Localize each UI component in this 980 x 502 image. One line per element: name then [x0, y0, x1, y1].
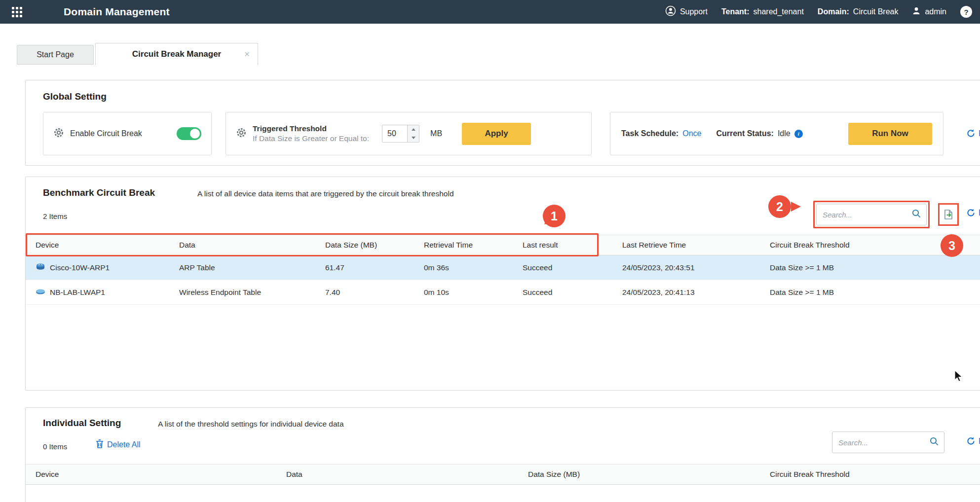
refresh-icon — [966, 436, 976, 446]
column-header-data: Data — [276, 465, 518, 484]
benchmark-search-input[interactable] — [817, 211, 911, 219]
column-header-data-size: Data Size (MB) — [315, 235, 414, 255]
search-icon — [929, 436, 939, 448]
benchmark-items-count: 2 Items — [43, 212, 67, 220]
cell-size: 7.40 — [315, 280, 414, 304]
cell-last-result: Succeed — [513, 280, 612, 304]
task-schedule-label: Task Schedule: — [621, 129, 678, 138]
user-icon — [912, 6, 921, 17]
individual-table-header: Device Data Data Size (MB) Circuit Break… — [26, 464, 980, 485]
cell-threshold: Data Size >= 1 MB — [760, 255, 980, 280]
help-icon[interactable]: ? — [960, 6, 972, 18]
domain-value: Circuit Break — [853, 7, 899, 16]
enable-circuit-break-toggle[interactable] — [177, 127, 201, 140]
router-device-icon — [36, 263, 45, 273]
individual-search — [832, 431, 944, 453]
cell-data: Wireless Endpoint Table — [169, 280, 315, 304]
delete-all-button[interactable]: Delete All — [96, 439, 141, 450]
apps-grid-icon[interactable] — [12, 7, 22, 17]
user-menu[interactable]: admin — [912, 6, 946, 17]
individual-setting-subtitle: A list of the threshold settings for ind… — [158, 420, 344, 429]
app-title: Domain Management — [64, 6, 170, 18]
table-row[interactable]: Cisco-10W-ARP1 ARP Table 61.47 0m 36s Su… — [26, 255, 980, 280]
global-setting-section: Global Setting Enable Circuit Break Trig… — [25, 80, 980, 166]
column-header-threshold: Circuit Break Threshold — [760, 235, 980, 255]
gear-icon — [236, 127, 247, 140]
current-status-label: Current Status: — [716, 129, 773, 138]
cell-last-result: Succeed — [513, 255, 612, 280]
tab-start-page-label: Start Page — [37, 50, 74, 59]
current-status-value: Idle — [778, 129, 791, 138]
triggered-threshold-title: Triggered Threshold — [253, 124, 369, 134]
tab-start-page[interactable]: Start Page — [17, 45, 94, 65]
cell-retrieval-time: 0m 10s — [414, 280, 513, 304]
tab-circuit-break-manager[interactable]: Circuit Break Manager × — [95, 43, 258, 65]
table-row[interactable]: NB-LAB-LWAP1 Wireless Endpoint Table 7.4… — [26, 280, 980, 305]
task-schedule-once-link[interactable]: Once — [682, 129, 701, 138]
individual-search-input[interactable] — [832, 438, 929, 447]
trash-icon — [96, 439, 104, 450]
topbar-right: Support Tenant: shared_tenant Domain: Ci… — [665, 5, 980, 18]
benchmark-subtitle: A list of all device data items that are… — [197, 189, 454, 198]
benchmark-search — [816, 204, 927, 225]
threshold-input[interactable] — [382, 125, 407, 142]
info-icon[interactable]: i — [794, 130, 803, 138]
refresh-icon — [966, 129, 976, 138]
device-name: NB-LAB-LWAP1 — [50, 288, 105, 297]
column-header-data-size: Data Size (MB) — [518, 465, 760, 484]
delete-all-label: Delete All — [107, 440, 141, 449]
cell-last-retrieve-time: 24/05/2023, 20:43:51 — [612, 255, 760, 280]
benchmark-table-header: Device Data Data Size (MB) Retrieval Tim… — [26, 235, 980, 255]
triggered-threshold-desc: If Data Size is Greater or Equal to: — [253, 134, 369, 143]
support-link[interactable]: Support — [665, 5, 708, 18]
threshold-unit-label: MB — [430, 129, 442, 138]
tab-circuit-break-manager-label: Circuit Break Manager — [132, 49, 221, 59]
column-header-device: Device — [26, 465, 276, 484]
gear-icon — [53, 127, 64, 140]
run-now-button[interactable]: Run Now — [848, 123, 932, 145]
enable-circuit-break-box: Enable Circuit Break — [43, 112, 212, 155]
benchmark-section: Benchmark Circuit Break A list of all de… — [25, 177, 980, 391]
export-button[interactable] — [938, 203, 959, 226]
cell-threshold: Data Size >= 1 MB — [760, 280, 980, 304]
individual-items-count: 0 Items — [43, 442, 67, 451]
threshold-number-field — [382, 125, 419, 143]
stepper-up-icon[interactable] — [408, 125, 419, 134]
triggered-threshold-box: Triggered Threshold If Data Size is Grea… — [226, 112, 592, 155]
global-setting-title: Global Setting — [43, 91, 107, 102]
threshold-stepper — [407, 125, 419, 142]
domain-label: Domain: — [818, 7, 849, 16]
refresh-button[interactable]: Refresh — [966, 129, 980, 138]
cell-retrieval-time: 0m 36s — [414, 255, 513, 280]
support-person-icon — [665, 5, 676, 18]
top-bar: Domain Management Support Tenant: shared… — [0, 0, 980, 24]
individual-setting-title: Individual Setting — [43, 418, 121, 429]
column-header-data: Data — [169, 235, 315, 255]
column-header-last-retrieve-time: Last Retrieve Time — [612, 235, 760, 255]
column-header-retrieval-time: Retrieval Time — [414, 235, 513, 255]
annotation-step-2: 2 — [768, 195, 791, 218]
support-label: Support — [680, 7, 708, 16]
search-icon — [911, 209, 921, 220]
refresh-icon — [966, 208, 976, 217]
domain-info: Domain: Circuit Break — [818, 7, 899, 16]
user-name: admin — [925, 7, 946, 16]
cell-data: ARP Table — [169, 255, 315, 280]
device-name: Cisco-10W-ARP1 — [50, 263, 110, 272]
benchmark-title: Benchmark Circuit Break — [43, 187, 155, 198]
annotation-step-1: 1 — [543, 205, 565, 227]
column-header-device: Device — [26, 235, 169, 255]
toggle-knob — [190, 129, 200, 139]
access-point-device-icon — [36, 288, 45, 297]
tenant-label: Tenant: — [721, 7, 750, 16]
apply-button[interactable]: Apply — [462, 123, 531, 145]
task-schedule-box: Task Schedule: Once Current Status: Idle… — [610, 112, 943, 155]
column-header-last-result: Last result — [513, 235, 612, 255]
stepper-down-icon[interactable] — [408, 134, 419, 142]
column-header-threshold: Circuit Break Threshold — [760, 465, 980, 484]
benchmark-refresh-button[interactable]: Refresh — [966, 208, 980, 217]
close-icon[interactable]: × — [244, 49, 250, 60]
individual-refresh-button[interactable]: Refresh — [966, 436, 980, 446]
individual-setting-section: Individual Setting A list of the thresho… — [25, 407, 980, 502]
enable-circuit-break-label: Enable Circuit Break — [70, 129, 142, 138]
